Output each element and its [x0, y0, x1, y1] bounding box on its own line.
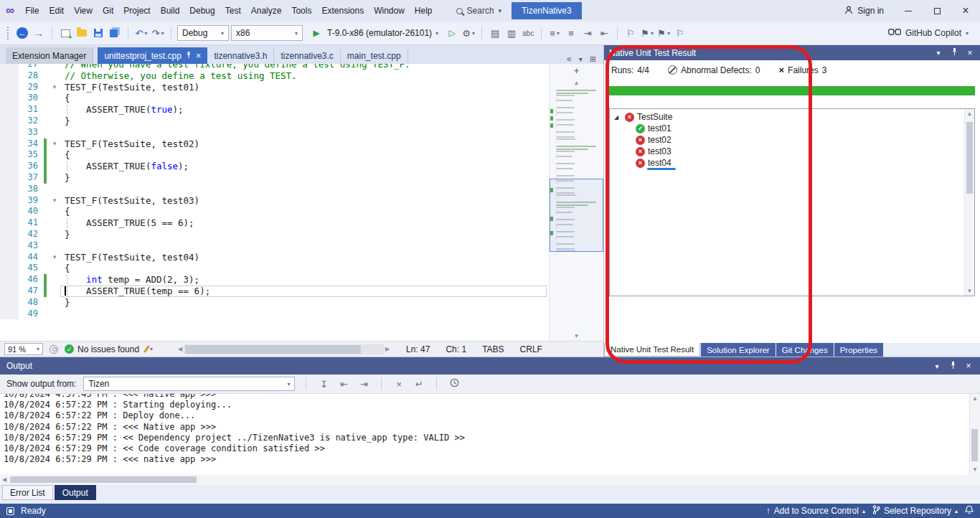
health-indicator-icon[interactable] [50, 345, 58, 354]
doc-tab-unittestproj-test-cpp[interactable]: unittestproj_test.cpp× [98, 47, 207, 64]
code-line-34[interactable]: 34▾TEST_F(TestSuite, test02) [0, 138, 549, 150]
window-layout-icon[interactable]: ⊞ [590, 55, 596, 64]
doc-tab-tizennative3-h[interactable]: tizennative3.h [207, 47, 274, 64]
word-wrap-button[interactable]: ↵ [413, 379, 425, 390]
code-line-40[interactable]: 40{ [0, 206, 549, 217]
test-tree-item-test01[interactable]: ✓test01 [610, 123, 974, 134]
breakpoint-margin[interactable] [0, 217, 19, 229]
fold-marker-icon[interactable]: ▾ [49, 195, 60, 207]
breakpoint-margin[interactable] [0, 104, 19, 116]
breakpoint-margin[interactable] [0, 184, 19, 195]
scroll-up-icon[interactable]: ▲ [550, 78, 603, 88]
breakpoint-margin[interactable] [0, 309, 19, 320]
bookmark-prev-button[interactable]: ⚑▾ [640, 24, 654, 42]
menu-item-test[interactable]: Test [220, 0, 246, 22]
window-position-icon[interactable]: ▾ [933, 49, 943, 57]
scroll-down-icon[interactable]: ▼ [972, 466, 978, 473]
scrollbar-thumb[interactable] [10, 476, 197, 483]
test-tree-item-testsuite[interactable]: ◢×TestSuite [610, 111, 974, 123]
feedback-icon[interactable] [6, 507, 14, 515]
panel-tab-git-changes[interactable]: Git Changes [776, 343, 834, 357]
github-copilot-button[interactable]: GitHub Copilot ▾ [888, 28, 969, 38]
minimap-viewport[interactable] [550, 179, 603, 252]
menu-item-file[interactable]: File [20, 0, 44, 22]
breakpoint-margin[interactable] [0, 172, 19, 184]
breakpoint-margin[interactable] [0, 138, 19, 150]
solution-name-badge[interactable]: TizenNative3 [512, 2, 582, 19]
code-line-28[interactable]: 28// Otherwise, you define a test using … [0, 70, 549, 82]
breakpoint-margin[interactable] [0, 240, 19, 252]
code-line-30[interactable]: 30{ [0, 93, 549, 104]
align-button[interactable]: ≡▾ [547, 24, 562, 42]
close-icon[interactable]: × [965, 48, 975, 58]
minimize-button[interactable] [894, 0, 923, 22]
code-line-43[interactable]: 43 [0, 240, 549, 252]
doc-tab-extension-manager[interactable]: Extension Manager [6, 47, 93, 64]
breakpoint-margin[interactable] [0, 64, 19, 70]
start-without-debugging-button[interactable]: ▷ [445, 24, 459, 42]
splitter-grip-icon[interactable]: + [550, 64, 603, 78]
close-button[interactable]: × [951, 0, 980, 22]
code-line-45[interactable]: 45{ [0, 263, 549, 274]
scrollbar-thumb[interactable] [966, 122, 973, 194]
bottom-tab-error-list[interactable]: Error List [2, 485, 53, 500]
issues-indicator[interactable]: ✓ No issues found [65, 344, 139, 354]
breakpoint-margin[interactable] [0, 70, 19, 82]
undo-button[interactable]: ↶▾ [134, 24, 149, 42]
menu-item-edit[interactable]: Edit [44, 0, 69, 22]
zoom-dropdown[interactable]: 91 %▾ [4, 343, 43, 355]
code-line-39[interactable]: 39▾TEST_F(TestSuite, test03) [0, 195, 549, 207]
code-line-47[interactable]: 47┆ ASSERT_TRUE(temp == 6); [0, 286, 549, 297]
build-settings-button[interactable]: ⚙▾ [461, 24, 476, 42]
breakpoint-margin[interactable] [0, 161, 19, 172]
fold-marker-icon[interactable]: ▾ [49, 138, 60, 150]
breakpoint-margin[interactable] [0, 149, 19, 161]
breakpoint-margin[interactable] [0, 195, 19, 207]
breakpoint-margin[interactable] [0, 82, 19, 93]
outdent-button[interactable]: ⇤ [597, 24, 611, 42]
clear-all-button[interactable]: × [392, 379, 405, 390]
output-source-dropdown[interactable]: Tizen ▾ [83, 377, 295, 391]
tree-expander-icon[interactable]: ◢ [614, 114, 622, 121]
tabs-indicator[interactable]: TABS [482, 344, 504, 354]
solution-explorer-button[interactable]: ▥ [504, 24, 519, 42]
file-list-icon[interactable]: ▾ [579, 55, 583, 63]
breakpoint-margin[interactable] [0, 286, 19, 297]
test-tree-item-test03[interactable]: ×test03 [610, 146, 974, 157]
go-to-next-message-button[interactable]: ⇥ [357, 379, 370, 390]
bookmark-button[interactable]: ⚐ [623, 24, 638, 42]
code-line-46[interactable]: 46┆ int temp = ADD(2, 3); [0, 274, 549, 286]
panel-tab-solution-explorer[interactable]: Solution Explorer [701, 343, 776, 357]
maximize-button[interactable] [923, 0, 951, 22]
navigate-back-button[interactable]: ← [15, 24, 29, 42]
panel-tab-properties[interactable]: Properties [834, 343, 883, 357]
code-editor[interactable]: 27// When you have a test fixture, you d… [0, 64, 603, 341]
code-line-48[interactable]: 48} [0, 297, 549, 309]
menu-item-tools[interactable]: Tools [286, 0, 316, 22]
output-vertical-scrollbar[interactable]: ▲ ▼ [969, 394, 980, 474]
close-icon[interactable]: × [196, 51, 202, 60]
code-line-27[interactable]: 27// When you have a test fixture, you d… [0, 64, 549, 70]
select-repository-button[interactable]: Select Repository ▴ [872, 505, 958, 517]
menu-item-analyze[interactable]: Analyze [246, 0, 287, 22]
code-line-36[interactable]: 36┆ ASSERT_TRUE(false); [0, 161, 549, 172]
fold-marker-icon[interactable]: ▾ [49, 82, 60, 93]
breakpoint-margin[interactable] [0, 206, 19, 217]
test-tree-item-test02[interactable]: ×test02 [610, 134, 974, 146]
time-stamp-icon[interactable] [448, 378, 461, 390]
breakpoint-margin[interactable] [0, 229, 19, 240]
go-to-previous-message-button[interactable]: ⇤ [337, 379, 350, 390]
tab-scroll-left-icon[interactable]: « [567, 54, 572, 64]
spell-check-button[interactable]: abc [521, 24, 535, 42]
panel-tab-native-unit-test-result[interactable]: Native Unit Test Result [604, 343, 700, 357]
breakpoint-margin[interactable] [0, 127, 19, 138]
scroll-up-icon[interactable]: ▲ [972, 395, 978, 402]
scrollbar-thumb[interactable] [185, 345, 361, 354]
window-position-icon[interactable]: ▾ [932, 362, 942, 370]
code-line-29[interactable]: 29▾TEST_F(TestSuite, test01) [0, 82, 549, 93]
goto-end-button[interactable]: ↧ [317, 379, 330, 390]
bottom-tab-output[interactable]: Output [55, 485, 96, 500]
scroll-down-icon[interactable]: ▼ [967, 288, 973, 294]
close-icon[interactable]: × [963, 361, 974, 371]
code-cleanup-button[interactable]: ▾ [146, 345, 153, 353]
